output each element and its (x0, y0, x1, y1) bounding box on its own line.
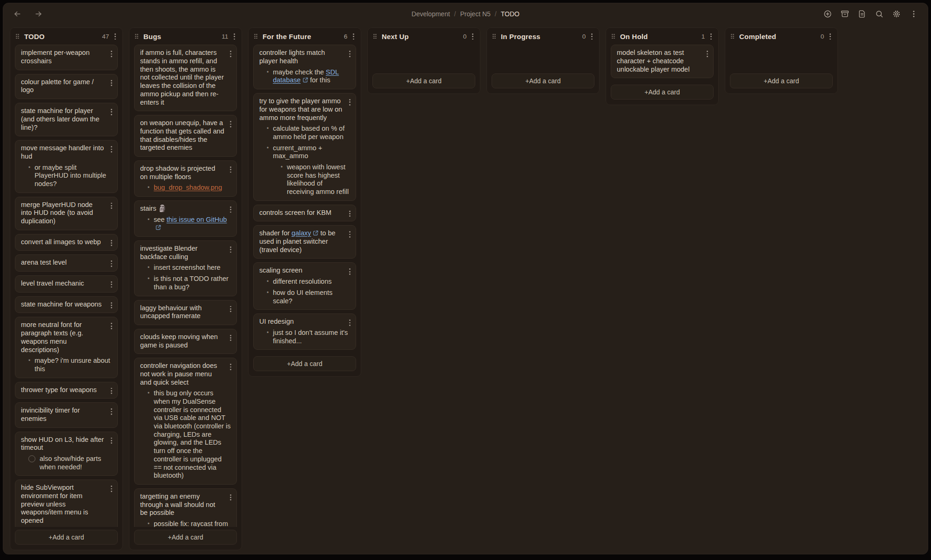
card[interactable]: implement per-weapon crosshairs (15, 45, 118, 70)
card-menu-icon[interactable] (110, 437, 113, 445)
card-menu-icon[interactable] (110, 145, 113, 153)
card[interactable]: shader for galaxy to be used in planet s… (253, 225, 356, 259)
add-card-button[interactable]: +Add a card (492, 73, 594, 88)
more-menu-icon[interactable] (908, 8, 919, 20)
column-title[interactable]: Next Up (382, 33, 409, 40)
card-menu-icon[interactable] (110, 387, 113, 395)
add-card-button[interactable]: +Add a card (253, 356, 356, 371)
card-menu-icon[interactable] (229, 50, 232, 58)
column-menu-icon[interactable] (709, 33, 713, 40)
card[interactable]: merge PlayerHUD node into HUD node (to a… (15, 197, 118, 230)
document-icon[interactable] (857, 8, 868, 20)
card[interactable]: controller lights match player health•ma… (253, 45, 356, 89)
card[interactable]: state machine for weapons (15, 296, 118, 313)
card-menu-icon[interactable] (229, 363, 232, 371)
column-menu-icon[interactable] (233, 33, 236, 40)
add-card-button[interactable]: +Add a card (611, 85, 714, 100)
drag-handle-icon[interactable] (254, 34, 258, 40)
column-title[interactable]: For the Future (263, 33, 311, 40)
add-new-icon[interactable] (822, 8, 833, 20)
drag-handle-icon[interactable] (135, 34, 139, 40)
card-menu-icon[interactable] (229, 206, 232, 213)
card[interactable]: hide SubViewport environment for item pr… (15, 480, 118, 527)
drag-handle-icon[interactable] (373, 34, 377, 40)
breadcrumb-project[interactable]: Project N5 (460, 10, 490, 18)
card-menu-icon[interactable] (229, 166, 232, 173)
card[interactable]: stairs 🗿•see this issue on GitHub (134, 200, 237, 237)
breadcrumb-workspace[interactable]: Development (412, 10, 450, 18)
column-menu-icon[interactable] (114, 33, 117, 40)
add-card-button[interactable]: +Add a card (730, 73, 833, 88)
card[interactable]: laggy behaviour with uncapped framerate (134, 300, 237, 325)
card-menu-icon[interactable] (110, 50, 113, 58)
card[interactable]: if ammo is full, characters stands in am… (134, 45, 237, 111)
card-menu-icon[interactable] (706, 50, 709, 58)
drag-handle-icon[interactable] (16, 34, 20, 40)
card[interactable]: invincibility timer for enemies (15, 402, 118, 427)
archive-icon[interactable] (839, 8, 850, 20)
column-menu-icon[interactable] (829, 33, 832, 40)
card[interactable]: UI redesign•just so I don't assume it's … (253, 313, 356, 350)
card-menu-icon[interactable] (229, 334, 232, 342)
card[interactable]: colour palette for game / logo (15, 74, 118, 99)
add-card-button[interactable]: +Add a card (15, 530, 118, 545)
card[interactable]: targetting an enemy through a wall shoul… (134, 488, 237, 527)
card[interactable]: arena test level (15, 254, 118, 272)
forward-icon[interactable] (33, 8, 44, 20)
card-menu-icon[interactable] (110, 301, 113, 309)
card-menu-icon[interactable] (110, 108, 113, 116)
card[interactable]: convert all images to webp (15, 234, 118, 251)
card-menu-icon[interactable] (110, 485, 113, 493)
add-card-button[interactable]: +Add a card (134, 530, 237, 545)
column-title[interactable]: TODO (24, 33, 45, 40)
card-menu-icon[interactable] (110, 407, 113, 415)
card-link[interactable]: bug_drop_shadow.png (154, 184, 222, 191)
card-menu-icon[interactable] (110, 79, 113, 87)
card[interactable]: try to give the player ammo for weapons … (253, 93, 356, 201)
card[interactable]: move message handler into hud•or maybe s… (15, 140, 118, 193)
card[interactable]: more neutral font for paragraph texts (e… (15, 317, 118, 378)
card-menu-icon[interactable] (229, 305, 232, 313)
card[interactable]: controller navigation does not work in p… (134, 358, 237, 485)
column-menu-icon[interactable] (471, 33, 474, 40)
search-icon[interactable] (874, 8, 885, 20)
card[interactable]: model skeleton as test character + cheat… (611, 45, 714, 78)
card-link[interactable]: galaxy (291, 229, 318, 237)
card[interactable]: controls screen for KBM (253, 205, 356, 222)
card-menu-icon[interactable] (348, 50, 351, 58)
card-menu-icon[interactable] (229, 120, 232, 128)
column-title[interactable]: Completed (739, 33, 776, 40)
card-menu-icon[interactable] (110, 280, 113, 288)
back-icon[interactable] (12, 8, 23, 20)
drag-handle-icon[interactable] (492, 34, 496, 40)
card-menu-icon[interactable] (110, 322, 113, 330)
column-title[interactable]: In Progress (501, 33, 540, 40)
card[interactable]: level travel mechanic (15, 275, 118, 293)
card-menu-icon[interactable] (348, 319, 351, 327)
card[interactable]: drop shadow is projected on multiple flo… (134, 160, 237, 197)
settings-gear-icon[interactable] (891, 8, 902, 20)
card-menu-icon[interactable] (110, 260, 113, 267)
card-menu-icon[interactable] (348, 210, 351, 218)
card[interactable]: show HUD on L3, hide after timeoutalso s… (15, 432, 118, 476)
add-card-button[interactable]: +Add a card (372, 73, 475, 88)
card-menu-icon[interactable] (110, 202, 113, 210)
card-menu-icon[interactable] (110, 239, 113, 247)
column-menu-icon[interactable] (352, 33, 355, 40)
checkbox-circle-icon[interactable] (28, 455, 35, 462)
card-menu-icon[interactable] (348, 98, 351, 106)
card[interactable]: clouds keep moving when game is paused (134, 329, 237, 354)
drag-handle-icon[interactable] (612, 34, 615, 40)
column-title[interactable]: Bugs (143, 33, 161, 40)
card[interactable]: thrower type for weapons (15, 382, 118, 399)
card[interactable]: scaling screen•different resolutions•how… (253, 262, 356, 310)
card-menu-icon[interactable] (229, 493, 232, 501)
card-menu-icon[interactable] (348, 267, 351, 275)
card[interactable]: on weapon unequip, have a function that … (134, 115, 237, 157)
card-menu-icon[interactable] (229, 246, 232, 253)
card[interactable]: investigate Blender backface culling•ins… (134, 240, 237, 296)
card[interactable]: state machine for player (and others lat… (15, 103, 118, 136)
card-menu-icon[interactable] (348, 230, 351, 238)
column-menu-icon[interactable] (590, 33, 594, 40)
column-title[interactable]: On Hold (620, 33, 648, 40)
